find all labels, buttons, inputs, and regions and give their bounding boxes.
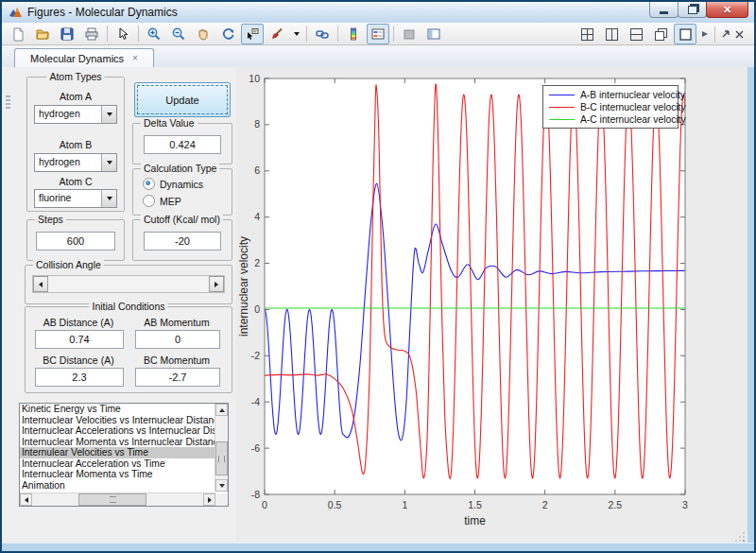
triangle-up-icon (219, 408, 225, 412)
rotate-icon (220, 26, 235, 42)
slider-right-arrow[interactable] (209, 276, 224, 292)
small-arrow-icon (701, 30, 709, 38)
list-item-selected[interactable]: Internulear Velocities vs Time (20, 447, 228, 458)
show-plot-tools-button[interactable] (422, 24, 445, 44)
steps-field[interactable]: 600 (36, 232, 115, 251)
bc-distance-label: BC Distance (A) (31, 354, 126, 366)
dynamics-radio[interactable]: Dynamics (143, 178, 203, 190)
steps-title: Steps (35, 214, 66, 225)
thumb-grip (218, 456, 225, 462)
resize-grip[interactable] (743, 540, 745, 542)
list-item[interactable]: Internuclear Velocities vs Internuclear … (20, 415, 228, 426)
tile-rows-button[interactable] (625, 24, 647, 44)
tile-columns-icon (605, 27, 619, 42)
velocity-time-plot: 00.511.522.53-8-6-4-20246810timeinternuc… (236, 67, 748, 540)
rotate-3d-button[interactable] (216, 24, 239, 44)
atom-a-dropdown[interactable]: hydrogen (34, 105, 117, 124)
svg-text:-2: -2 (251, 350, 260, 361)
delta-value-field[interactable]: 0.424 (144, 135, 221, 154)
horizontal-scroll-thumb[interactable] (78, 493, 146, 506)
open-file-button[interactable] (31, 24, 54, 44)
arrow-cursor-icon (115, 26, 130, 42)
link-plot-button[interactable] (311, 24, 334, 44)
tile-grid-button[interactable] (576, 24, 598, 44)
svg-text:-6: -6 (251, 442, 260, 454)
zoom-out-button[interactable] (167, 24, 190, 44)
save-floppy-icon (60, 26, 75, 42)
scroll-up-button[interactable] (215, 404, 228, 416)
float-windows-button[interactable] (649, 24, 672, 44)
collision-angle-slider[interactable] (32, 275, 225, 293)
titlebar[interactable]: Figures - Molecular Dynamics ✕ (2, 2, 754, 24)
legend-label: A-B internuclear velocity (580, 90, 685, 100)
list-item[interactable]: Internuclear Momenta vs Time (20, 469, 228, 480)
vertical-scroll-thumb[interactable] (215, 441, 228, 475)
atom-b-dropdown-button[interactable] (101, 154, 116, 171)
hide-plot-tools-button[interactable] (398, 24, 421, 44)
list-item[interactable]: Internuclear Accelerations vs Internucle… (20, 425, 228, 437)
radio-selected-icon (143, 178, 155, 190)
hand-icon (196, 26, 211, 42)
legend-label: A-C internuclear velocity (580, 114, 686, 125)
scroll-right-button[interactable] (203, 493, 215, 506)
edit-plot-button[interactable] (112, 24, 134, 44)
insert-colorbar-button[interactable] (342, 24, 365, 44)
bc-distance-field[interactable]: 2.3 (35, 368, 124, 387)
chevron-down-icon (294, 32, 300, 36)
steps-group: Steps 600 (26, 219, 125, 261)
scroll-left-button[interactable] (20, 493, 32, 506)
bc-momentum-field[interactable]: -2.7 (135, 368, 220, 387)
zoom-in-button[interactable] (143, 24, 165, 44)
close-group-button[interactable] (733, 24, 746, 44)
mep-radio[interactable]: MEP (143, 195, 181, 207)
list-item[interactable]: Kinetic Energy vs Time (20, 404, 228, 415)
bc-momentum-label: BC Momentum (131, 354, 222, 366)
maximize-tab-icon (679, 27, 693, 42)
chevron-down-icon (107, 161, 112, 164)
close-button[interactable]: ✕ (706, 2, 748, 18)
shrink-toolbar-button[interactable] (698, 24, 711, 44)
cutoff-field[interactable]: -20 (144, 232, 221, 251)
maximize-tab-button[interactable] (674, 24, 696, 44)
vertical-scrollbar[interactable] (215, 404, 228, 492)
svg-text:1.5: 1.5 (468, 499, 482, 510)
tile-columns-button[interactable] (600, 24, 623, 44)
minimize-button[interactable] (649, 2, 679, 18)
undock-button[interactable] (719, 24, 731, 44)
print-figure-button[interactable] (80, 24, 103, 44)
save-figure-button[interactable] (56, 24, 78, 44)
ab-distance-field[interactable]: 0.74 (35, 330, 124, 349)
slider-left-arrow[interactable] (33, 276, 48, 292)
pan-button[interactable] (192, 24, 215, 44)
plot-type-listbox[interactable]: Kinetic Energy vs Time Internuclear Velo… (19, 403, 229, 507)
hide-plot-tools-icon (402, 26, 417, 42)
insert-legend-button[interactable] (367, 24, 389, 44)
tile-grid-icon (580, 27, 594, 42)
brush-icon (269, 26, 284, 42)
panel-grip[interactable] (6, 95, 10, 109)
toolbar-separator (714, 26, 715, 43)
scroll-down-button[interactable] (215, 479, 228, 492)
horizontal-scrollbar[interactable] (20, 493, 215, 506)
data-cursor-button[interactable] (241, 24, 264, 44)
svg-text:-4: -4 (251, 396, 260, 407)
ab-momentum-field[interactable]: 0 (135, 330, 220, 349)
tab-molecular-dynamics[interactable]: Molecular Dynamics × (14, 48, 154, 67)
new-figure-button[interactable] (7, 24, 29, 44)
svg-text:0: 0 (262, 499, 267, 510)
list-item[interactable]: Animation (20, 480, 228, 492)
atom-a-dropdown-button[interactable] (101, 106, 116, 123)
plot-legend[interactable]: A-B internuclear velocity B-C internucle… (542, 85, 679, 129)
brush-dropdown-button[interactable] (290, 24, 302, 44)
atom-c-dropdown-button[interactable] (101, 190, 116, 207)
atom-b-dropdown[interactable]: hydrogen (34, 153, 117, 172)
link-icon (315, 26, 330, 42)
legend-label: B-C internuclear velocity (580, 102, 686, 112)
list-item[interactable]: Internuclear Momenta vs Internuclear Dis… (20, 437, 228, 448)
brush-data-button[interactable] (266, 24, 288, 44)
atom-c-dropdown[interactable]: fluorine (34, 189, 117, 208)
list-item[interactable]: Internuclear Acceleration vs Time (20, 458, 228, 470)
update-button[interactable]: Update (134, 82, 231, 117)
tab-close-icon[interactable]: × (132, 54, 138, 63)
restore-button[interactable] (678, 2, 707, 18)
